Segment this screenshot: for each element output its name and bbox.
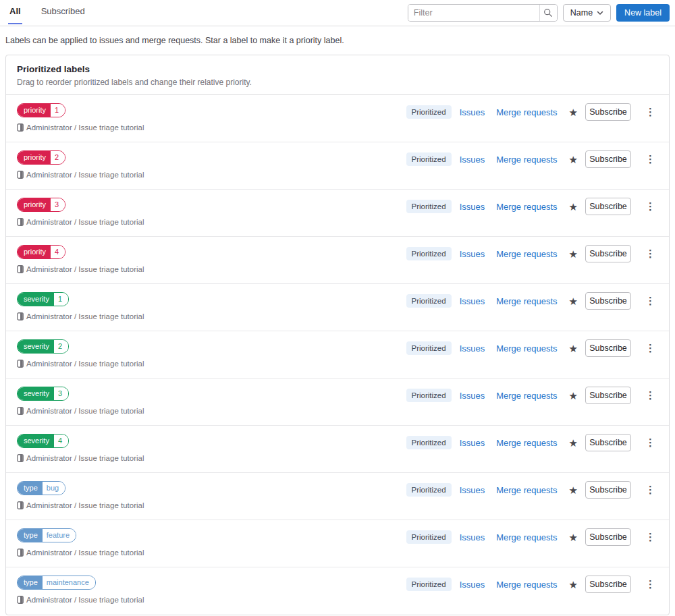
- subscribe-button[interactable]: Subscribe: [585, 150, 631, 168]
- label-row: priority 2 Administrator / Issue triage …: [6, 142, 669, 190]
- subscribe-button[interactable]: Subscribe: [585, 198, 631, 215]
- label-badge[interactable]: type maintenance: [17, 576, 96, 590]
- merge-requests-link[interactable]: Merge requests: [496, 155, 557, 165]
- issues-link[interactable]: Issues: [460, 107, 485, 117]
- label-badge[interactable]: priority 2: [17, 150, 65, 165]
- issues-link[interactable]: Issues: [460, 391, 485, 401]
- star-icon[interactable]: ★: [569, 391, 578, 401]
- project-icon: [17, 360, 24, 368]
- issues-link[interactable]: Issues: [460, 532, 485, 542]
- label-badge[interactable]: priority 3: [17, 198, 65, 212]
- subscribe-button[interactable]: Subscribe: [585, 434, 631, 451]
- subscribe-button[interactable]: Subscribe: [585, 292, 631, 310]
- label-options-ellipsis-icon[interactable]: ⋮: [643, 200, 658, 213]
- issues-link[interactable]: Issues: [460, 202, 485, 212]
- label-options-ellipsis-icon[interactable]: ⋮: [643, 342, 658, 354]
- merge-requests-link[interactable]: Merge requests: [496, 202, 557, 212]
- label-options-ellipsis-icon[interactable]: ⋮: [643, 389, 658, 401]
- issues-link[interactable]: Issues: [460, 343, 485, 354]
- label-badge[interactable]: severity 2: [17, 339, 69, 354]
- label-row: severity 2 Administrator / Issue triage …: [6, 331, 669, 379]
- label-options-ellipsis-icon[interactable]: ⋮: [643, 295, 658, 307]
- star-icon[interactable]: ★: [569, 155, 578, 165]
- label-badge[interactable]: severity 1: [17, 292, 69, 306]
- issues-link[interactable]: Issues: [460, 580, 485, 590]
- project-icon: [17, 171, 24, 179]
- issues-link[interactable]: Issues: [460, 438, 485, 448]
- star-icon[interactable]: ★: [569, 249, 578, 259]
- merge-requests-link[interactable]: Merge requests: [496, 391, 557, 401]
- label-value: maintenance: [43, 576, 95, 589]
- label-scope: severity: [18, 340, 54, 353]
- merge-requests-link[interactable]: Merge requests: [496, 580, 557, 590]
- subscribe-button[interactable]: Subscribe: [585, 339, 631, 357]
- filter-input[interactable]: [408, 5, 539, 21]
- label-options-ellipsis-icon[interactable]: ⋮: [643, 153, 658, 165]
- label-badge[interactable]: type feature: [17, 528, 76, 542]
- merge-requests-link[interactable]: Merge requests: [496, 343, 557, 354]
- star-icon[interactable]: ★: [569, 580, 578, 590]
- subscribe-button[interactable]: Subscribe: [585, 387, 631, 404]
- star-icon[interactable]: ★: [569, 485, 578, 495]
- issues-link[interactable]: Issues: [460, 485, 485, 495]
- subscribe-button[interactable]: Subscribe: [585, 481, 631, 499]
- label-info: severity 2 Administrator / Issue triage …: [17, 339, 152, 370]
- project-path: Administrator / Issue triage tutorial: [17, 500, 152, 512]
- project-icon: [17, 407, 24, 415]
- star-icon[interactable]: ★: [569, 296, 578, 306]
- prioritized-badge: Prioritized: [406, 200, 452, 213]
- issues-link[interactable]: Issues: [460, 296, 485, 306]
- prioritized-badge: Prioritized: [406, 530, 452, 544]
- star-icon[interactable]: ★: [569, 438, 578, 448]
- filter-input-group: [408, 4, 558, 22]
- tab-subscribed[interactable]: Subscribed: [40, 0, 86, 24]
- star-icon[interactable]: ★: [569, 532, 578, 542]
- label-options-ellipsis-icon[interactable]: ⋮: [643, 248, 658, 260]
- label-badge[interactable]: type bug: [17, 481, 65, 495]
- star-icon[interactable]: ★: [569, 202, 578, 212]
- label-actions: Prioritized Issues Merge requests ★ Subs…: [406, 434, 659, 451]
- subscribe-button[interactable]: Subscribe: [585, 245, 631, 262]
- merge-requests-link[interactable]: Merge requests: [496, 438, 557, 448]
- subscribe-button[interactable]: Subscribe: [585, 103, 631, 121]
- sort-dropdown[interactable]: Name: [563, 4, 611, 22]
- project-path: Administrator / Issue triage tutorial: [17, 311, 152, 323]
- project-path-text: Administrator / Issue triage tutorial: [26, 312, 144, 320]
- prioritized-badge: Prioritized: [406, 341, 452, 355]
- label-actions: Prioritized Issues Merge requests ★ Subs…: [406, 528, 659, 546]
- prioritized-badge: Prioritized: [406, 105, 452, 119]
- label-options-ellipsis-icon[interactable]: ⋮: [643, 484, 658, 496]
- merge-requests-link[interactable]: Merge requests: [496, 296, 557, 306]
- merge-requests-link[interactable]: Merge requests: [496, 107, 557, 117]
- label-badge[interactable]: priority 1: [17, 103, 65, 117]
- label-scope: type: [18, 576, 43, 589]
- issues-link[interactable]: Issues: [460, 155, 485, 165]
- label-value: 3: [54, 387, 68, 400]
- label-badge[interactable]: severity 4: [17, 434, 69, 448]
- project-path-text: Administrator / Issue triage tutorial: [26, 265, 144, 273]
- prioritized-badge: Prioritized: [406, 152, 452, 166]
- subscribe-button[interactable]: Subscribe: [585, 576, 631, 593]
- star-icon[interactable]: ★: [569, 107, 578, 117]
- project-path-text: Administrator / Issue triage tutorial: [26, 123, 144, 132]
- label-actions: Prioritized Issues Merge requests ★ Subs…: [406, 576, 659, 593]
- merge-requests-link[interactable]: Merge requests: [496, 249, 557, 259]
- toolbar: Name New label: [408, 0, 670, 26]
- label-info: type feature Administrator / Issue triag…: [17, 528, 152, 559]
- tab-all[interactable]: All: [8, 0, 22, 24]
- label-options-ellipsis-icon[interactable]: ⋮: [643, 531, 658, 543]
- merge-requests-link[interactable]: Merge requests: [496, 532, 557, 542]
- merge-requests-link[interactable]: Merge requests: [496, 485, 557, 495]
- label-badge[interactable]: severity 3: [17, 387, 69, 401]
- label-options-ellipsis-icon[interactable]: ⋮: [643, 437, 658, 449]
- label-options-ellipsis-icon[interactable]: ⋮: [643, 578, 658, 590]
- subscribe-button[interactable]: Subscribe: [585, 528, 631, 546]
- issues-link[interactable]: Issues: [460, 249, 485, 259]
- new-label-button[interactable]: New label: [616, 4, 670, 22]
- label-badge[interactable]: priority 4: [17, 245, 65, 259]
- star-icon[interactable]: ★: [569, 343, 578, 354]
- prioritized-badge: Prioritized: [406, 436, 452, 449]
- search-button[interactable]: [539, 5, 557, 21]
- label-options-ellipsis-icon[interactable]: ⋮: [643, 106, 658, 118]
- label-scope: severity: [18, 387, 54, 400]
